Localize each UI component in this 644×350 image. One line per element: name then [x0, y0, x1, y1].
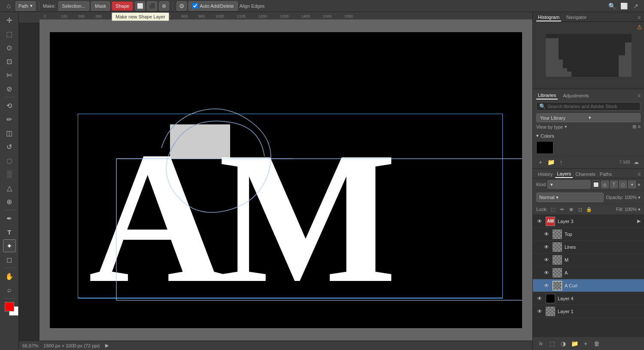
move-tool-btn[interactable]: ✛ [3, 14, 16, 27]
pen-btn[interactable]: ✒ [3, 212, 16, 225]
navigator-tab[interactable]: Navigator [565, 14, 588, 21]
filter-shape-icon[interactable]: ◻ [619, 181, 627, 188]
eye-top[interactable]: 👁 [543, 231, 550, 238]
cloud-icon[interactable]: ☁ [632, 158, 641, 166]
layer-item-lines[interactable]: 👁 Lines [533, 241, 644, 253]
filter-smart-icon[interactable]: ✦ [628, 181, 636, 188]
tool-selector[interactable]: Path ▾ [15, 1, 36, 11]
eyedropper-btn[interactable]: ⊘ [3, 82, 16, 95]
selection-button[interactable]: Selection... [58, 1, 89, 11]
new-layer-btn[interactable]: + [581, 339, 590, 348]
layer-item-a[interactable]: 👁 A [533, 266, 644, 279]
eye-lines[interactable]: 👁 [543, 244, 550, 250]
dodge-btn[interactable]: ⊕ [3, 195, 16, 208]
channels-tab[interactable]: Channels [574, 171, 597, 178]
lock-pixels-btn[interactable]: ⬚ [549, 205, 557, 213]
adjustments-tab[interactable]: Adjustments [561, 92, 591, 99]
healing-brush-btn[interactable]: ⟲ [3, 99, 16, 112]
filter-dropdown[interactable]: ▾ [547, 180, 590, 189]
eye-layer1[interactable]: 👁 [536, 308, 543, 315]
gradient-btn[interactable]: ░ [3, 168, 16, 181]
opacity-value[interactable]: 100% [625, 195, 637, 200]
fill-value[interactable]: 100% [625, 207, 637, 212]
path-selection-btn[interactable]: ✦ [3, 239, 16, 252]
crop-tool-btn[interactable]: ✄ [3, 69, 16, 81]
paths-tab[interactable]: Paths [598, 171, 614, 178]
layers-tab-item[interactable]: Layers [555, 170, 573, 178]
home-icon[interactable]: ⌂ [3, 1, 14, 11]
eye-a[interactable]: 👁 [543, 269, 550, 276]
lock-artboard-btn[interactable]: ◻ [576, 205, 584, 213]
colors-header[interactable]: ▾ Colors [536, 133, 641, 139]
marquee-tool-btn[interactable]: ⬚ [3, 27, 16, 40]
filter-toggle[interactable]: ● [638, 181, 641, 187]
new-adjustment-btn[interactable]: ◑ [559, 339, 568, 348]
history-brush-btn[interactable]: ↺ [3, 140, 16, 153]
layers-collapse[interactable]: ≡ [638, 171, 641, 177]
blend-mode-dropdown[interactable]: Normal ▾ [536, 193, 604, 202]
search-icon[interactable]: 🔍 [607, 1, 617, 11]
fx-btn[interactable]: fx [536, 339, 546, 348]
shape-icon-btn1[interactable]: ⬜ [135, 1, 145, 11]
layer-item-acurl[interactable]: 👁 A Curl [533, 279, 644, 292]
grid-view-icon[interactable]: ⊞ [632, 124, 636, 130]
shape-icon-btn2[interactable]: ⬛ [147, 1, 157, 11]
blur-btn[interactable]: △ [3, 181, 16, 194]
add-mask-btn[interactable]: ⬚ [547, 339, 557, 348]
libraries-search-input[interactable] [547, 104, 638, 109]
status-arrow[interactable]: ▶ [105, 343, 109, 348]
lock-icon[interactable]: 🔒 [585, 205, 593, 213]
new-group-btn[interactable]: 📁 [570, 339, 579, 348]
mask-button[interactable]: Mask [91, 1, 110, 11]
clone-stamp-btn[interactable]: ◫ [3, 127, 16, 139]
workspace-icon[interactable]: ⬜ [619, 1, 629, 11]
libraries-tab[interactable]: Libraries [536, 92, 558, 100]
import-btn[interactable]: ↑ [557, 158, 565, 166]
color-swatch-black[interactable] [536, 141, 553, 154]
eye-layer4[interactable]: 👁 [536, 295, 543, 302]
histogram-warning-icon[interactable]: ⚠ [637, 24, 642, 30]
shape-tool-btn[interactable]: ◻ [3, 253, 16, 266]
add-item-btn[interactable]: + [536, 158, 545, 166]
zoom-btn[interactable]: ⌕ [3, 284, 16, 296]
histogram-tab[interactable]: Histogram [536, 14, 561, 21]
filter-pixel-icon[interactable]: ⬜ [592, 181, 600, 188]
eye-layer3[interactable]: 👁 [536, 218, 543, 225]
settings-icon[interactable]: ⚙ [176, 1, 187, 11]
eye-acurl[interactable]: 👁 [543, 282, 550, 289]
layer-item-m[interactable]: 👁 M [533, 253, 644, 266]
share-icon[interactable]: ↗ [631, 1, 641, 11]
fill-arrow[interactable]: ▾ [638, 207, 641, 212]
filter-type-icon[interactable]: T [610, 181, 618, 188]
eye-m[interactable]: 👁 [543, 256, 550, 263]
lock-position-btn[interactable]: ✏ [558, 205, 566, 213]
libraries-collapse[interactable]: ≡ [638, 93, 641, 99]
view-by-type-label[interactable]: View by type [536, 124, 563, 130]
libraries-search[interactable]: 🔍 [536, 102, 641, 111]
lock-all-btn[interactable]: ⊕ [567, 205, 575, 213]
history-tab[interactable]: History [536, 171, 554, 178]
delete-layer-btn[interactable]: 🗑 [592, 339, 601, 348]
layer-item-layer3[interactable]: 👁 AM Layer 3 ▶ [533, 215, 644, 228]
create-folder-btn[interactable]: 📁 [547, 158, 555, 166]
eraser-btn[interactable]: ◌ [3, 154, 16, 167]
layer3-arrow[interactable]: ▶ [637, 218, 641, 224]
hand-btn[interactable]: ✋ [3, 270, 16, 283]
layer-item-layer4[interactable]: 👁 Layer 4 [533, 292, 644, 305]
layer-item-top[interactable]: 👁 Top [533, 228, 644, 241]
magic-wand-btn[interactable]: ⊡ [3, 55, 16, 68]
shape-button[interactable]: Shape [112, 1, 133, 11]
type-btn[interactable]: T [3, 226, 16, 238]
list-view-icon[interactable]: ≡ [638, 124, 641, 130]
library-dropdown[interactable]: Your Library ▾ [536, 113, 641, 122]
auto-add-checkbox[interactable] [192, 3, 198, 9]
brush-btn[interactable]: ✏ [3, 113, 16, 126]
layer-item-layer1[interactable]: 👁 Layer 1 [533, 305, 644, 318]
filter-adj-icon[interactable]: ◎ [601, 181, 609, 188]
foreground-color[interactable] [5, 302, 14, 311]
canvas-area[interactable]: AM [39, 20, 532, 341]
histogram-collapse[interactable]: ≡ [638, 15, 641, 21]
opacity-arrow[interactable]: ▾ [638, 195, 641, 200]
lasso-tool-btn[interactable]: ⊙ [3, 41, 16, 54]
shape-icon-btn3[interactable]: ⊕ [159, 1, 169, 11]
